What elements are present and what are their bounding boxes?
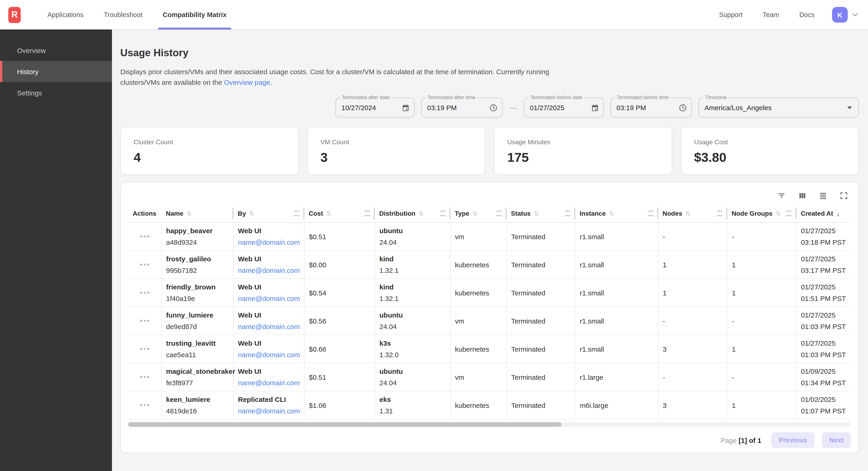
sort-icon[interactable]: ⇅ bbox=[609, 210, 614, 217]
column-header-created-at[interactable]: Created At↓ bbox=[796, 205, 851, 223]
email-link[interactable]: name@domain.com bbox=[238, 265, 299, 276]
row-actions-button[interactable] bbox=[139, 317, 150, 325]
row-actions-button[interactable] bbox=[139, 261, 150, 268]
terminated-after-date-field[interactable]: Terminated after date bbox=[335, 98, 415, 118]
calendar-icon[interactable] bbox=[591, 104, 599, 112]
table-scroll-area[interactable]: Actions Name⇅ By⇅ Cost⇅ Distribution⇅ Ty… bbox=[128, 205, 851, 419]
sidebar-item-history[interactable]: History bbox=[0, 61, 112, 82]
tab-troubleshoot[interactable]: Troubleshoot bbox=[96, 0, 150, 29]
sidebar-item-settings[interactable]: Settings bbox=[0, 82, 112, 103]
terminated-after-time-input[interactable] bbox=[427, 104, 486, 112]
row-actions-button[interactable] bbox=[139, 289, 150, 297]
nav-link-team[interactable]: Team bbox=[763, 11, 779, 19]
stat-card-usage-minutes: Usage Minutes 175 bbox=[494, 127, 672, 175]
terminated-after-time-label: Terminated after time bbox=[426, 94, 477, 100]
column-header-by[interactable]: By⇅ bbox=[233, 205, 304, 223]
calendar-icon[interactable] bbox=[402, 104, 410, 112]
column-header-name[interactable]: Name⇅ bbox=[161, 205, 233, 223]
cell-created-at: 01/27/202501:03 PM PST bbox=[796, 307, 851, 335]
table-row: happy_beavera48d9324 Web UIname@domain.c… bbox=[128, 223, 851, 251]
cell-cost: $0.51 bbox=[304, 363, 375, 391]
sort-icon[interactable]: ⇅ bbox=[472, 210, 477, 217]
filter-icon[interactable] bbox=[777, 191, 786, 200]
column-header-distribution[interactable]: Distribution⇅ bbox=[375, 205, 450, 223]
horizontal-scrollbar[interactable] bbox=[128, 422, 851, 427]
clock-icon[interactable] bbox=[679, 104, 687, 112]
cell-node-groups: 1 bbox=[727, 251, 796, 278]
terminated-before-date-field[interactable]: Terminated before date bbox=[524, 98, 604, 118]
column-resize-grip[interactable] bbox=[648, 211, 653, 216]
cell-type: vm bbox=[450, 223, 506, 251]
row-actions-button[interactable] bbox=[139, 373, 150, 381]
terminated-before-time-field[interactable]: Terminated before time bbox=[611, 98, 692, 118]
sort-icon[interactable]: ⇅ bbox=[418, 210, 424, 217]
column-resize-grip[interactable] bbox=[786, 211, 792, 216]
brand-logo[interactable]: R bbox=[8, 7, 21, 23]
column-resize-grip[interactable] bbox=[440, 211, 445, 216]
cell-distribution: ubuntu24.04 bbox=[375, 223, 450, 251]
nav-link-docs[interactable]: Docs bbox=[799, 11, 814, 19]
column-header-status[interactable]: Status⇅ bbox=[506, 205, 575, 223]
terminated-before-time-label: Terminated before time bbox=[615, 94, 671, 100]
terminated-before-date-input[interactable] bbox=[530, 104, 587, 112]
cell-actions bbox=[128, 223, 161, 251]
cell-name: keen_lumiere4819de16 bbox=[161, 391, 233, 419]
email-link[interactable]: name@domain.com bbox=[238, 321, 299, 332]
columns-icon[interactable] bbox=[798, 191, 807, 200]
chevron-down-icon[interactable] bbox=[851, 11, 859, 19]
cell-instance: r1.small bbox=[575, 307, 658, 335]
page-description: Displays prior clusters/VMs and their as… bbox=[120, 66, 859, 88]
previous-page-button[interactable]: Previous bbox=[772, 432, 814, 448]
tab-applications[interactable]: Applications bbox=[40, 0, 91, 29]
column-header-nodes[interactable]: Nodes⇅ bbox=[658, 205, 727, 223]
row-actions-button[interactable] bbox=[139, 402, 150, 409]
timezone-select[interactable]: Timezone America/Los_Angeles bbox=[699, 98, 859, 118]
sort-icon[interactable]: ⇅ bbox=[534, 210, 539, 217]
column-resize-grip[interactable] bbox=[294, 211, 300, 216]
sort-icon[interactable]: ⇅ bbox=[326, 210, 331, 217]
nav-link-support[interactable]: Support bbox=[719, 11, 742, 19]
sort-icon[interactable]: ⇅ bbox=[776, 210, 781, 217]
clock-icon[interactable] bbox=[489, 104, 498, 112]
sort-descending-icon[interactable]: ↓ bbox=[836, 209, 840, 217]
sort-icon[interactable]: ⇅ bbox=[187, 210, 192, 217]
column-header-cost[interactable]: Cost⇅ bbox=[304, 205, 375, 223]
density-icon[interactable] bbox=[819, 191, 828, 200]
column-resize-grip[interactable] bbox=[565, 211, 570, 216]
sort-icon[interactable]: ⇅ bbox=[686, 210, 691, 217]
column-resize-grip[interactable] bbox=[717, 211, 722, 216]
cell-cost: $1.06 bbox=[304, 391, 375, 419]
cell-status: Terminated bbox=[506, 391, 575, 419]
email-link[interactable]: name@domain.com bbox=[238, 349, 299, 360]
sort-icon[interactable]: ⇅ bbox=[249, 210, 254, 217]
terminated-after-date-input[interactable] bbox=[341, 104, 398, 112]
table-row: keen_lumiere4819de16 Replicated CLIname@… bbox=[128, 391, 851, 419]
terminated-after-time-field[interactable]: Terminated after time bbox=[421, 98, 503, 118]
scrollbar-thumb[interactable] bbox=[128, 422, 562, 427]
cell-distribution: ubuntu24.04 bbox=[375, 307, 450, 335]
cell-node-groups: 1 bbox=[727, 278, 796, 307]
email-link[interactable]: name@domain.com bbox=[238, 405, 299, 417]
user-avatar[interactable]: K bbox=[832, 7, 848, 23]
tab-compatibility-matrix[interactable]: Compatibility Matrix bbox=[155, 0, 234, 29]
sidebar-item-overview[interactable]: Overview bbox=[0, 40, 112, 61]
column-header-instance[interactable]: Instance⇅ bbox=[575, 205, 658, 223]
row-actions-button[interactable] bbox=[139, 345, 150, 353]
overview-page-link[interactable]: Overview page bbox=[224, 78, 270, 86]
cell-name: frosty_galileo995b7182 bbox=[161, 251, 233, 278]
terminated-before-time-input[interactable] bbox=[616, 104, 675, 112]
email-link[interactable]: name@domain.com bbox=[238, 236, 299, 248]
cell-actions bbox=[128, 363, 161, 391]
cell-created-at: 01/27/202503:17 PM PST bbox=[796, 251, 851, 278]
column-header-node-groups[interactable]: Node Groups⇅ bbox=[727, 205, 796, 223]
cell-status: Terminated bbox=[506, 335, 575, 363]
column-resize-grip[interactable] bbox=[496, 211, 502, 216]
email-link[interactable]: name@domain.com bbox=[238, 377, 299, 388]
fullscreen-icon[interactable] bbox=[839, 191, 848, 200]
email-link[interactable]: name@domain.com bbox=[238, 293, 299, 304]
column-resize-grip[interactable] bbox=[365, 211, 370, 216]
column-header-type[interactable]: Type⇅ bbox=[450, 205, 506, 223]
cell-name: trusting_leavittcae5ea11 bbox=[161, 335, 233, 363]
row-actions-button[interactable] bbox=[139, 233, 150, 240]
next-page-button[interactable]: Next bbox=[822, 432, 851, 448]
